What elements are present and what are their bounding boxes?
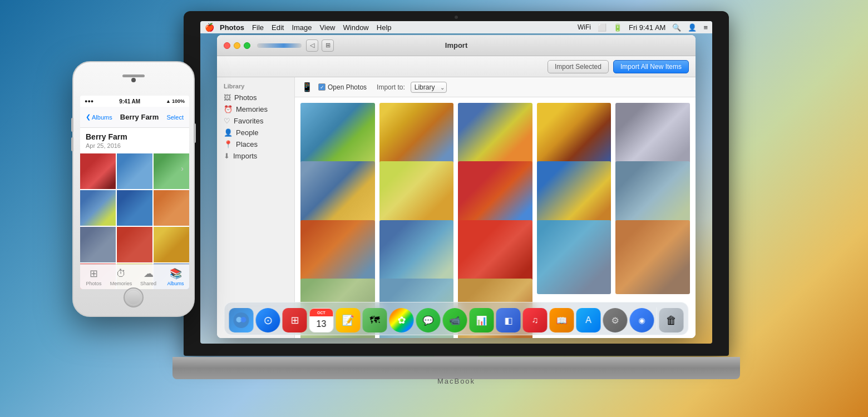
photo-thumb-15[interactable] xyxy=(615,220,690,295)
svg-point-2 xyxy=(241,317,246,322)
iphone-photo-3[interactable] xyxy=(154,153,189,189)
window-titlebar: ◁ ⊞ Import xyxy=(217,35,696,56)
iphone-tab-bar: ⊞ Photos ⏱ Memories ☁ Shared 📚 Albums xyxy=(80,264,189,289)
dock-appstore[interactable]: A xyxy=(576,308,601,332)
iphone-volume-down xyxy=(71,137,73,151)
close-button[interactable] xyxy=(224,42,230,49)
iphone-tab-memories-icon: ⏱ xyxy=(116,268,126,280)
iphone-time: 9:41 AM xyxy=(119,98,140,105)
sidebar-item-photos[interactable]: 🖼 Photos xyxy=(217,92,294,103)
iphone-camera xyxy=(131,78,136,82)
sidebar-item-favorites[interactable]: ♡ Favorites xyxy=(217,115,294,127)
iphone-tab-photos[interactable]: ⊞ Photos xyxy=(80,267,107,286)
menubar-photos[interactable]: Photos xyxy=(220,23,244,32)
menubar: 🍎 Photos File Edit Image View Window Hel… xyxy=(200,21,712,33)
iphone-wifi-icon: ▲ xyxy=(166,98,171,104)
menubar-file[interactable]: File xyxy=(252,23,264,32)
macbook-base xyxy=(172,357,740,379)
dock-finder2[interactable]: ◉ xyxy=(630,308,654,332)
photo-thumb-14[interactable] xyxy=(537,220,611,295)
iphone-back-button[interactable]: ❮ Albums xyxy=(86,113,112,121)
iphone-photo-2[interactable] xyxy=(117,153,152,189)
people-sidebar-icon: 👤 xyxy=(224,128,233,137)
sidebar-item-people[interactable]: 👤 People xyxy=(217,127,294,138)
import-selected-button[interactable]: Import Selected xyxy=(548,60,609,73)
dock-facetime[interactable]: 📹 xyxy=(443,308,467,332)
iphone-photo-9[interactable] xyxy=(154,227,189,262)
menubar-image[interactable]: Image xyxy=(292,23,312,32)
dock-preferences[interactable]: ⚙ xyxy=(603,308,628,332)
iphone-navbar: ❮ Albums Berry Farm Select xyxy=(80,107,189,128)
dock-maps[interactable]: 🗺 xyxy=(363,308,387,332)
device-icon: 📱 xyxy=(302,82,313,92)
import-to-select-wrapper[interactable]: Library ⌄ xyxy=(411,82,447,93)
places-sidebar-icon: 📍 xyxy=(224,140,233,148)
iphone-battery: 100% xyxy=(172,98,185,104)
dock-launchpad[interactable]: ⊞ xyxy=(283,308,307,332)
sidebar-imports-label: Imports xyxy=(233,152,257,160)
iphone-tab-albums[interactable]: 📚 Albums xyxy=(162,267,189,286)
iphone-album-date: Apr 25, 2016 xyxy=(80,142,189,153)
iphone-photo-7[interactable] xyxy=(80,227,116,262)
macbook: 🍎 Photos File Edit Image View Window Hel… xyxy=(172,11,740,389)
checkmark-icon: ✓ xyxy=(320,85,324,90)
import-all-button[interactable]: Import All New Items xyxy=(613,60,689,73)
traffic-lights xyxy=(224,42,250,49)
iphone-select-button[interactable]: Select xyxy=(166,114,184,121)
iphone-tab-memories[interactable]: ⏱ Memories xyxy=(107,268,135,286)
open-photos-label[interactable]: ✓ Open Photos xyxy=(318,83,367,91)
dock-music[interactable]: ♫ xyxy=(523,308,548,332)
iphone-volume-up xyxy=(71,118,73,132)
dock-messages[interactable]: 💬 xyxy=(416,308,441,332)
import-bar: 📱 ✓ Open Photos Import to: Library xyxy=(295,77,696,97)
battery-icon: 🔋 xyxy=(613,23,622,32)
iphone-photo-6[interactable] xyxy=(154,190,189,226)
menubar-edit[interactable]: Edit xyxy=(272,23,284,32)
iphone-photo-4[interactable] xyxy=(80,190,116,226)
dock-calendar[interactable]: OCT 13 xyxy=(309,308,334,332)
iphone-nav-title: Berry Farm xyxy=(120,113,159,121)
import-to-select[interactable]: Library xyxy=(411,82,447,93)
iphone-home-ring xyxy=(126,290,141,305)
dock-photos[interactable]: ✿ xyxy=(389,308,414,332)
dock-numbers[interactable]: 📊 xyxy=(470,308,494,332)
fullscreen-button[interactable] xyxy=(244,42,250,49)
iphone-tab-albums-icon: 📚 xyxy=(170,267,182,280)
iphone-photo-1[interactable] xyxy=(80,153,116,189)
sidebar-item-memories[interactable]: ⏰ Memories xyxy=(217,103,294,115)
memories-sidebar-icon: ⏰ xyxy=(224,105,233,113)
iphone-shell: ●●● 9:41 AM ▲ 100% ❮ Albums Berry Farm S… xyxy=(72,61,195,317)
iphone-photo-5[interactable] xyxy=(117,190,152,226)
wifi-icon: WiFi xyxy=(578,23,591,31)
zoom-slider[interactable] xyxy=(257,43,302,48)
photos-sidebar-icon: 🖼 xyxy=(224,93,231,102)
open-photos-checkbox[interactable]: ✓ xyxy=(318,83,326,91)
iphone-photo-8[interactable] xyxy=(117,227,152,262)
menubar-view[interactable]: View xyxy=(320,23,336,32)
grid-icon[interactable]: ⊞ xyxy=(322,39,334,52)
list-icon[interactable]: ≡ xyxy=(703,23,708,32)
minimize-button[interactable] xyxy=(234,42,240,49)
menubar-time: Fri 9:41 AM xyxy=(629,23,665,32)
dock-finder[interactable] xyxy=(229,308,254,332)
menubar-window[interactable]: Window xyxy=(343,23,369,32)
dock-keynote[interactable]: ◧ xyxy=(496,308,521,332)
dock-books[interactable]: 📖 xyxy=(550,308,574,332)
back-icon[interactable]: ◁ xyxy=(306,39,318,52)
sidebar-item-imports[interactable]: ⬇ Imports xyxy=(217,150,294,162)
iphone-tab-shared[interactable]: ☁ Shared xyxy=(135,267,162,286)
search-icon[interactable]: 🔍 xyxy=(672,23,681,32)
user-icon[interactable]: 👤 xyxy=(688,23,697,32)
iphone-tab-photos-icon: ⊞ xyxy=(90,267,98,280)
apple-menu[interactable]: 🍎 xyxy=(205,23,214,32)
dock-trash[interactable]: 🗑 xyxy=(659,308,684,332)
iphone-album-chevron-icon: › xyxy=(181,164,184,173)
sidebar-item-places[interactable]: 📍 Places xyxy=(217,138,294,150)
iphone-tab-memories-label: Memories xyxy=(110,281,132,286)
iphone-home-button[interactable] xyxy=(124,287,144,307)
menubar-right: WiFi ⬜ 🔋 Fri 9:41 AM 🔍 👤 ≡ xyxy=(578,23,708,32)
sidebar-favorites-label: Favorites xyxy=(234,117,263,125)
dock-safari[interactable]: ⊙ xyxy=(256,308,280,332)
dock-notes[interactable]: 📝 xyxy=(336,308,361,332)
menubar-help[interactable]: Help xyxy=(377,23,392,32)
